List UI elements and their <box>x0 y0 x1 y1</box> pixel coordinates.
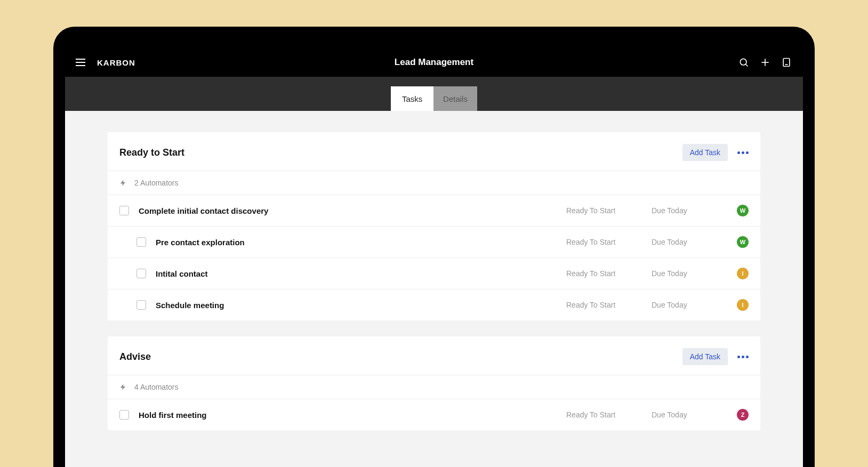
svg-point-0 <box>740 59 746 65</box>
task-status: Ready To Start <box>566 206 630 215</box>
task-name: Complete initial contact discovery <box>139 206 268 215</box>
page-title: Lead Management <box>395 57 473 68</box>
more-icon[interactable] <box>737 151 749 154</box>
screen: KARBON Lead Management Tasks Details <box>65 48 803 467</box>
task-due: Due Today <box>652 269 705 278</box>
brand-logo: KARBON <box>97 58 135 67</box>
content-area: Ready to Start Add Task 2 Automators Com… <box>65 111 803 430</box>
svg-line-1 <box>746 65 748 67</box>
task-checkbox[interactable] <box>119 206 129 215</box>
task-row[interactable]: Schedule meeting Ready To Start Due Toda… <box>108 289 760 320</box>
device-frame: KARBON Lead Management Tasks Details <box>53 27 815 467</box>
task-status: Ready To Start <box>566 269 630 278</box>
task-checkbox[interactable] <box>136 269 146 278</box>
task-row[interactable]: Intital contact Ready To Start Due Today… <box>108 257 760 289</box>
section-title: Advise <box>119 351 151 363</box>
task-due: Due Today <box>652 238 705 246</box>
task-checkbox[interactable] <box>119 410 129 420</box>
task-due: Due Today <box>652 206 705 215</box>
task-status: Ready To Start <box>566 238 630 246</box>
task-due: Due Today <box>652 301 705 309</box>
avatar[interactable]: Z <box>737 409 749 421</box>
task-status: Ready To Start <box>566 410 630 419</box>
tab-tasks[interactable]: Tasks <box>391 86 433 111</box>
avatar[interactable]: W <box>737 205 749 216</box>
task-name: Hold first meeting <box>139 410 207 420</box>
automators-row[interactable]: 2 Automators <box>108 171 760 195</box>
notes-icon[interactable] <box>781 57 792 68</box>
menu-icon[interactable] <box>76 57 87 68</box>
section-title: Ready to Start <box>119 147 184 158</box>
avatar[interactable]: I <box>737 299 749 311</box>
task-row[interactable]: Pre contact exploration Ready To Start D… <box>108 226 760 257</box>
task-status: Ready To Start <box>566 301 630 309</box>
avatar[interactable]: I <box>737 268 749 279</box>
avatar[interactable]: W <box>737 236 749 248</box>
task-checkbox[interactable] <box>136 237 146 247</box>
tab-details[interactable]: Details <box>433 86 477 111</box>
task-due: Due Today <box>652 410 705 419</box>
task-row[interactable]: Complete initial contact discovery Ready… <box>108 195 760 226</box>
bolt-icon <box>119 179 127 187</box>
automators-label: 4 Automators <box>134 383 179 391</box>
task-checkbox[interactable] <box>136 300 146 310</box>
task-name: Pre contact exploration <box>156 238 245 247</box>
automators-label: 2 Automators <box>134 179 179 187</box>
section-header: Ready to Start Add Task <box>108 132 760 171</box>
search-icon[interactable] <box>738 57 750 68</box>
add-icon[interactable] <box>759 57 771 68</box>
section-header: Advise Add Task <box>108 336 760 375</box>
top-actions <box>738 57 792 68</box>
section-ready-to-start: Ready to Start Add Task 2 Automators Com… <box>108 132 760 320</box>
more-icon[interactable] <box>737 356 749 358</box>
bolt-icon <box>119 383 127 391</box>
add-task-button[interactable]: Add Task <box>682 348 728 365</box>
section-advise: Advise Add Task 4 Automators Hold first … <box>108 336 760 430</box>
task-row[interactable]: Hold first meeting Ready To Start Due To… <box>108 399 760 430</box>
topbar: KARBON Lead Management <box>65 48 803 77</box>
task-name: Schedule meeting <box>156 301 224 310</box>
automators-row[interactable]: 4 Automators <box>108 375 760 399</box>
task-name: Intital contact <box>156 269 208 278</box>
svg-rect-4 <box>783 59 790 67</box>
tabbar: Tasks Details <box>65 77 803 111</box>
add-task-button[interactable]: Add Task <box>682 144 728 161</box>
